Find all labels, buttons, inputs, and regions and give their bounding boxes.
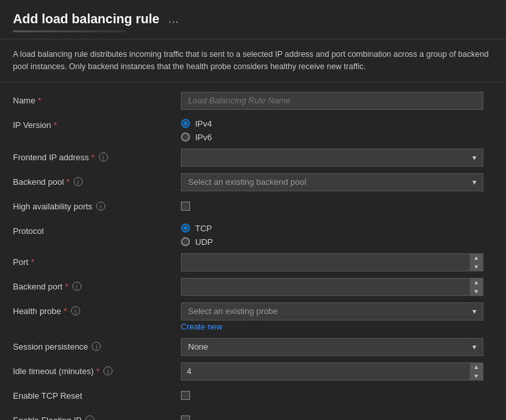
backend-pool-info-icon[interactable]: i bbox=[74, 177, 83, 186]
port-input[interactable] bbox=[182, 253, 470, 271]
session-persistence-input-col: None ▾ bbox=[181, 338, 493, 356]
backend-port-spinner-down[interactable]: ▼ bbox=[470, 287, 483, 296]
idle-timeout-required: * bbox=[96, 366, 100, 376]
udp-radio-circle[interactable] bbox=[181, 237, 190, 246]
enable-tcp-reset-label: Enable TCP Reset bbox=[13, 391, 82, 401]
frontend-ip-required: * bbox=[92, 152, 95, 162]
udp-radio-item[interactable]: UDP bbox=[181, 237, 493, 247]
enable-floating-ip-label-col: Enable Floating IP i bbox=[13, 412, 181, 421]
health-probe-label: Health probe bbox=[13, 306, 61, 316]
name-input-col bbox=[181, 92, 493, 110]
protocol-label-col: Protocol bbox=[13, 222, 181, 236]
backend-port-spinner: ▲ ▼ bbox=[470, 278, 483, 296]
ip-version-row: IP Version * IPv4 IPv6 bbox=[13, 116, 493, 142]
name-input[interactable] bbox=[181, 92, 483, 110]
enable-floating-ip-checkbox[interactable] bbox=[181, 415, 190, 421]
backend-pool-input-col: Select an existing backend pool ▾ bbox=[181, 173, 493, 191]
tcp-radio-item[interactable]: TCP bbox=[181, 224, 493, 233]
backend-port-label-col: Backend port * i bbox=[13, 278, 181, 291]
port-label: Port bbox=[13, 257, 28, 267]
enable-tcp-reset-label-col: Enable TCP Reset bbox=[13, 387, 181, 401]
port-required: * bbox=[31, 257, 34, 267]
high-availability-label-col: High availability ports i bbox=[13, 198, 181, 211]
health-probe-label-col: Health probe * i bbox=[13, 302, 181, 316]
protocol-row: Protocol TCP UDP bbox=[13, 222, 493, 247]
panel: Add load balancing rule ... A load balan… bbox=[0, 0, 506, 420]
backend-pool-row: Backend pool * i Select an existing back… bbox=[13, 173, 493, 191]
idle-timeout-spinner: ▲ ▼ bbox=[470, 362, 483, 381]
tcp-label: TCP bbox=[195, 224, 212, 233]
backend-port-input[interactable] bbox=[182, 278, 470, 296]
backend-port-label: Backend port bbox=[13, 282, 63, 291]
backend-pool-required: * bbox=[67, 177, 70, 187]
ip-version-radio-group: IPv4 IPv6 bbox=[181, 116, 493, 142]
health-probe-info-icon[interactable]: i bbox=[71, 306, 80, 315]
backend-pool-dropdown[interactable]: Select an existing backend pool ▾ bbox=[181, 173, 483, 191]
name-label: Name bbox=[13, 96, 36, 105]
create-new-link[interactable]: Create new bbox=[181, 322, 222, 331]
port-input-col: ▲ ▼ bbox=[181, 253, 493, 271]
backend-port-row: Backend port * i ▲ ▼ bbox=[13, 278, 493, 296]
port-spinner: ▲ ▼ bbox=[470, 253, 483, 271]
ip-version-label-col: IP Version * bbox=[13, 116, 181, 130]
ip-version-required: * bbox=[54, 120, 57, 130]
ipv4-radio-circle[interactable] bbox=[181, 119, 190, 128]
backend-port-spinner-up[interactable]: ▲ bbox=[470, 278, 483, 287]
port-number-field: ▲ ▼ bbox=[181, 253, 483, 271]
tcp-radio-circle[interactable] bbox=[181, 224, 190, 233]
frontend-ip-label-col: Frontend IP address * i bbox=[13, 149, 181, 162]
enable-floating-ip-info-icon[interactable]: i bbox=[85, 415, 94, 420]
protocol-label: Protocol bbox=[13, 226, 44, 236]
idle-timeout-row: Idle timeout (minutes) * i ▲ ▼ bbox=[13, 362, 493, 381]
ipv4-radio-item[interactable]: IPv4 bbox=[181, 119, 493, 129]
backend-pool-dropdown-arrow: ▾ bbox=[472, 178, 476, 187]
session-persistence-row: Session persistence i None ▾ bbox=[13, 338, 493, 356]
ellipsis-button[interactable]: ... bbox=[165, 12, 183, 26]
page-title: Add load balancing rule bbox=[13, 12, 160, 26]
health-probe-dropdown-arrow: ▾ bbox=[472, 307, 476, 316]
enable-floating-ip-input-col bbox=[181, 412, 493, 421]
backend-pool-placeholder: Select an existing backend pool bbox=[188, 177, 306, 187]
backend-port-input-col: ▲ ▼ bbox=[181, 278, 493, 296]
name-label-col: Name * bbox=[13, 92, 181, 105]
idle-timeout-input[interactable] bbox=[182, 362, 470, 381]
frontend-ip-dropdown[interactable]: ▾ bbox=[181, 149, 483, 167]
ipv6-label: IPv6 bbox=[195, 132, 212, 142]
ipv6-radio-circle[interactable] bbox=[181, 132, 190, 142]
health-probe-required: * bbox=[63, 306, 67, 316]
health-probe-dropdown[interactable]: Select an existing probe ▾ bbox=[181, 302, 483, 320]
enable-tcp-reset-checkbox[interactable] bbox=[181, 391, 190, 400]
health-probe-placeholder: Select an existing probe bbox=[188, 306, 278, 316]
high-availability-checkbox[interactable] bbox=[181, 202, 190, 211]
header: Add load balancing rule ... bbox=[0, 0, 506, 39]
enable-tcp-reset-row: Enable TCP Reset bbox=[13, 387, 493, 405]
port-label-col: Port * bbox=[13, 253, 181, 267]
enable-tcp-reset-input-col bbox=[181, 387, 493, 402]
backend-port-info-icon[interactable]: i bbox=[72, 282, 81, 291]
backend-port-number-field: ▲ ▼ bbox=[181, 278, 483, 296]
idle-timeout-label-col: Idle timeout (minutes) * i bbox=[13, 362, 181, 376]
session-persistence-dropdown-arrow: ▾ bbox=[472, 342, 476, 352]
high-availability-row: High availability ports i bbox=[13, 198, 493, 216]
form-body: Name * IP Version * IPv4 IPv6 bbox=[0, 83, 506, 421]
name-required: * bbox=[38, 96, 41, 105]
description-text: A load balancing rule distributes incomi… bbox=[0, 39, 506, 83]
backend-port-required: * bbox=[65, 282, 69, 291]
port-spinner-up[interactable]: ▲ bbox=[470, 253, 483, 262]
idle-timeout-spinner-down[interactable]: ▼ bbox=[470, 372, 483, 381]
session-persistence-info-icon[interactable]: i bbox=[92, 342, 101, 351]
ipv6-radio-item[interactable]: IPv6 bbox=[181, 132, 493, 142]
protocol-radio-group: TCP UDP bbox=[181, 222, 493, 247]
high-availability-info-icon[interactable]: i bbox=[96, 202, 105, 211]
enable-floating-ip-row: Enable Floating IP i bbox=[13, 412, 493, 421]
session-persistence-dropdown[interactable]: None ▾ bbox=[181, 338, 483, 356]
frontend-ip-info-icon[interactable]: i bbox=[99, 152, 108, 162]
backend-pool-label-col: Backend pool * i bbox=[13, 173, 181, 187]
health-probe-input-col: Select an existing probe ▾ Create new bbox=[181, 302, 493, 331]
idle-timeout-spinner-up[interactable]: ▲ bbox=[470, 362, 483, 372]
port-spinner-down[interactable]: ▼ bbox=[470, 262, 483, 271]
frontend-ip-dropdown-arrow: ▾ bbox=[472, 153, 476, 162]
udp-label: UDP bbox=[195, 237, 213, 247]
session-persistence-label: Session persistence bbox=[13, 342, 88, 352]
idle-timeout-info-icon[interactable]: i bbox=[103, 366, 112, 375]
